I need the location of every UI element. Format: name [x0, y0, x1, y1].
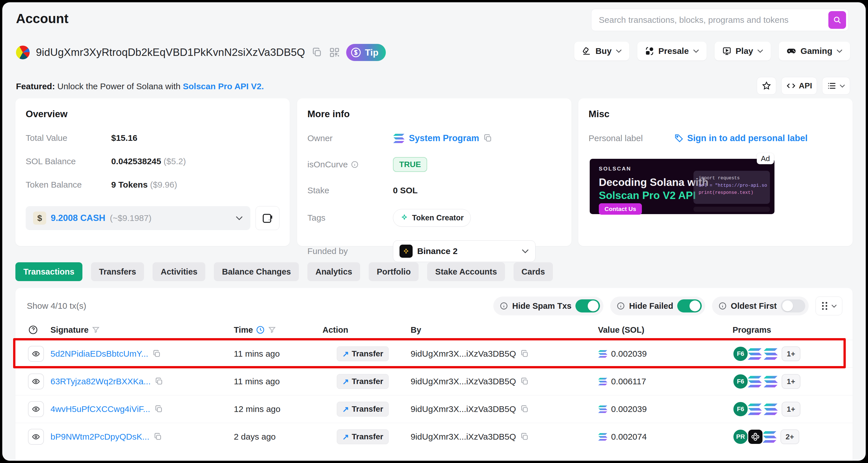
tab-stake-accounts[interactable]: Stake Accounts [427, 262, 505, 281]
token-selector-dropdown[interactable]: $ 9.2008 CASH (~$9.1987) [26, 206, 250, 230]
column-settings-button[interactable] [815, 297, 842, 315]
copy-icon[interactable] [520, 405, 529, 414]
search-input[interactable] [591, 15, 828, 25]
gamepad-icon [786, 46, 797, 56]
tab-transfers[interactable]: Transfers [91, 262, 144, 281]
tab-cards[interactable]: Cards [514, 262, 553, 281]
chevron-down-icon [831, 304, 837, 308]
action-badge[interactable]: ↗Transfer [337, 374, 389, 389]
switch[interactable] [677, 299, 702, 312]
play-button[interactable]: Play [715, 42, 771, 60]
tab-analytics[interactable]: Analytics [307, 262, 360, 281]
search-button[interactable] [828, 11, 846, 29]
toggle-oldest-first[interactable]: Oldest First [712, 297, 809, 315]
copy-icon[interactable] [520, 377, 529, 386]
preview-tx-button[interactable] [28, 429, 44, 445]
program-icon[interactable] [747, 429, 763, 445]
copy-icon[interactable] [155, 377, 164, 386]
more-programs-badge[interactable]: 2+ [780, 429, 799, 444]
presale-button[interactable]: Presale [637, 42, 707, 60]
sign-in-label-link[interactable]: Sign in to add personal label [674, 133, 808, 144]
action-badge[interactable]: ↗Transfer [337, 346, 389, 361]
action-badge[interactable]: ↗Transfer [337, 429, 389, 444]
copy-icon[interactable] [152, 349, 161, 358]
tx-signature-link[interactable]: 4wvH5uPfCXCCwg4iViF... [51, 404, 150, 414]
tab-balance-changes[interactable]: Balance Changes [214, 262, 299, 281]
solscan-account-page: Account 9idUgXmr3XyRtroqDb2kEqVBD1PkKvnN… [2, 2, 866, 461]
more-programs-badge[interactable]: 1+ [782, 346, 800, 361]
program-icon[interactable]: F6 [733, 401, 748, 417]
solana-program-icon[interactable] [747, 375, 762, 388]
solana-program-icon[interactable] [763, 348, 778, 360]
featured-link[interactable]: Solscan Pro API V2. [183, 82, 264, 91]
toggle-hide-failed[interactable]: Hide Failed [610, 297, 705, 315]
wallet-button[interactable] [255, 206, 279, 230]
action-badge[interactable]: ↗Transfer [337, 402, 389, 416]
tx-signature-link[interactable]: 5d2NPidiaEDsBbtcUmY... [51, 349, 148, 359]
token-balance-row: Token Balance 9 Tokens ($9.96) [26, 180, 279, 190]
transfer-arrow-icon: ↗ [342, 349, 349, 359]
eye-icon [32, 349, 40, 358]
ad-banner[interactable]: Ad SOLSCAN Decoding Solana with Solscan … [590, 159, 774, 214]
table-row: 63RTyjza82Wq2rBXXKa...11 mins ago↗Transf… [16, 368, 852, 395]
tx-time: 11 mins ago [234, 377, 322, 386]
copy-address-icon[interactable] [311, 47, 323, 58]
tx-time: 2 days ago [234, 432, 322, 442]
tx-by-address[interactable]: 9idUgXmr3X...iXzVa3DB5Q [411, 404, 516, 414]
filter-icon[interactable] [92, 326, 100, 334]
tx-by-address[interactable]: 9idUgXmr3X...iXzVa3DB5Q [411, 349, 516, 359]
api-button[interactable]: API [781, 77, 817, 95]
page-tools: API [757, 77, 850, 95]
filter-icon[interactable] [268, 326, 276, 334]
section-tabs: TransactionsTransfersActivitiesBalance C… [16, 262, 553, 281]
tx-signature-link[interactable]: bP9NWtm2PcDpyQDsK... [51, 432, 149, 442]
chevron-down-icon [693, 49, 699, 53]
list-view-button[interactable] [822, 77, 850, 95]
solana-program-icon[interactable] [763, 375, 778, 388]
copy-icon[interactable] [483, 133, 493, 143]
more-programs-badge[interactable]: 1+ [782, 374, 800, 389]
tx-time: 12 mins ago [234, 404, 322, 414]
tip-button[interactable]: Tip [346, 44, 386, 61]
tab-portfolio[interactable]: Portfolio [369, 262, 418, 281]
qr-code-icon[interactable] [329, 47, 340, 58]
copy-icon[interactable] [520, 432, 529, 441]
program-icon[interactable]: PR [733, 429, 748, 445]
tab-activities[interactable]: Activities [153, 262, 205, 281]
copy-icon[interactable] [154, 405, 163, 414]
search-icon [833, 16, 841, 24]
program-icon[interactable]: F6 [733, 373, 748, 390]
owner-link[interactable]: System Program [409, 133, 479, 144]
funded-by-dropdown[interactable]: Binance 2 [393, 240, 535, 262]
tx-signature-link[interactable]: 63RTyjza82Wq2rBXXKa... [51, 377, 151, 386]
preview-tx-button[interactable] [28, 346, 44, 362]
gaming-button[interactable]: Gaming [779, 42, 850, 60]
favorite-button[interactable] [757, 77, 776, 95]
preview-tx-button[interactable] [28, 401, 44, 417]
tx-table-body: 5d2NPidiaEDsBbtcUmY...11 mins ago↗Transf… [16, 340, 852, 451]
solana-program-icon[interactable] [762, 431, 777, 443]
more-programs-badge[interactable]: 1+ [782, 402, 800, 416]
clock-icon[interactable] [256, 325, 265, 334]
question-icon[interactable] [28, 325, 38, 335]
switch[interactable] [781, 299, 805, 312]
tx-by-address[interactable]: 9idUgXmr3X...iXzVa3DB5Q [411, 377, 516, 386]
tx-value: 0.006117 [611, 377, 646, 386]
copy-icon[interactable] [520, 349, 529, 358]
copy-icon[interactable] [153, 432, 162, 441]
toggle-hide-spam-txs[interactable]: Hide Spam Txs [493, 297, 603, 315]
program-icon[interactable]: F6 [733, 346, 748, 362]
solana-program-icon[interactable] [747, 403, 762, 415]
tx-by-address[interactable]: 9idUgXmr3X...iXzVa3DB5Q [411, 432, 516, 442]
preview-tx-button[interactable] [28, 373, 44, 390]
buy-button[interactable]: Buy [574, 42, 629, 60]
solana-program-icon[interactable] [747, 348, 762, 360]
owner-row: Owner System Program [307, 133, 561, 144]
token-creator-tag[interactable]: Token Creator [393, 209, 471, 227]
code-icon [786, 81, 796, 91]
switch[interactable] [576, 299, 600, 312]
contact-us-button[interactable]: Contact Us [599, 203, 642, 215]
solana-program-icon[interactable] [763, 403, 778, 415]
buy-icon [582, 46, 591, 56]
tab-transactions[interactable]: Transactions [16, 262, 83, 281]
